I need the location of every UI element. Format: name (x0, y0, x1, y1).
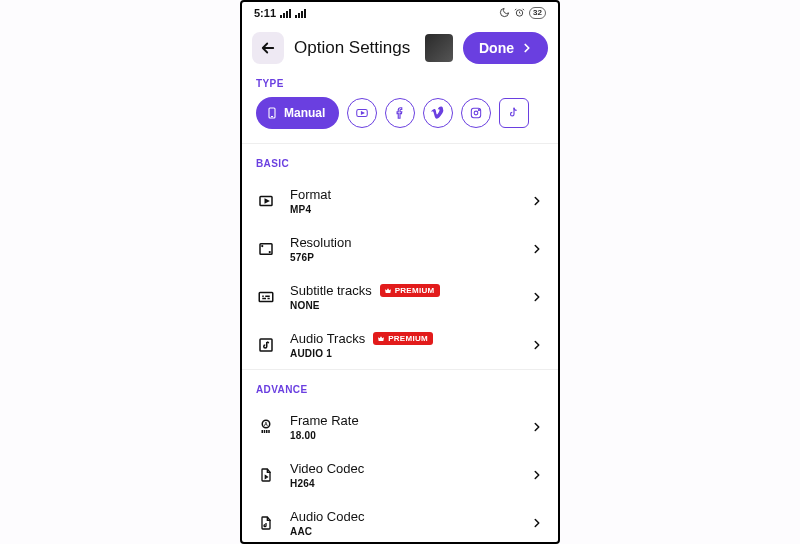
phone-frame: 5:11 32 Option Settings Done TYPE (240, 0, 560, 544)
phone-icon (266, 105, 278, 121)
chevron-right-icon (530, 242, 544, 256)
vimeo-icon (430, 105, 446, 121)
type-tiktok[interactable] (499, 98, 529, 128)
row-value: 576P (290, 252, 516, 263)
resolution-icon (256, 239, 276, 259)
row-label: Resolution (290, 235, 351, 250)
video-thumbnail[interactable] (425, 34, 453, 62)
battery-indicator: 32 (529, 7, 546, 19)
svg-point-5 (474, 111, 478, 115)
row-value: H264 (290, 478, 516, 489)
row-format[interactable]: Format MP4 (242, 177, 558, 225)
arrow-left-icon (259, 39, 277, 57)
app-header: Option Settings Done (242, 24, 558, 74)
row-label: Subtitle tracks (290, 283, 372, 298)
row-label: Frame Rate (290, 413, 359, 428)
type-row: Manual (242, 97, 558, 143)
type-vimeo[interactable] (423, 98, 453, 128)
back-button[interactable] (252, 32, 284, 64)
type-chip-manual[interactable]: Manual (256, 97, 339, 129)
subtitle-icon (256, 287, 276, 307)
svg-rect-18 (264, 430, 266, 433)
crown-icon (384, 287, 392, 295)
type-instagram[interactable] (461, 98, 491, 128)
format-icon (256, 191, 276, 211)
row-value: AUDIO 1 (290, 348, 516, 359)
premium-badge: PREMIUM (380, 284, 440, 297)
row-value: NONE (290, 300, 516, 311)
tiktok-icon (507, 106, 521, 120)
signal-icon (295, 9, 306, 18)
section-label-basic: BASIC (242, 154, 558, 177)
type-chip-label: Manual (284, 106, 325, 120)
file-icon (256, 513, 276, 533)
row-resolution[interactable]: Resolution 576P (242, 225, 558, 273)
premium-badge: PREMIUM (373, 332, 433, 345)
status-bar: 5:11 32 (242, 2, 558, 24)
divider (242, 143, 558, 144)
crown-icon (377, 335, 385, 343)
moon-icon (499, 7, 510, 20)
row-label: Audio Tracks (290, 331, 365, 346)
instagram-icon (469, 106, 483, 120)
row-value: AAC (290, 526, 516, 537)
alarm-icon (514, 7, 525, 20)
divider (242, 369, 558, 370)
status-time: 5:11 (254, 7, 276, 19)
signal-icon (280, 9, 291, 18)
chevron-right-icon (530, 194, 544, 208)
row-videocodec[interactable]: Video Codec H264 (242, 451, 558, 499)
row-framerate[interactable]: A Frame Rate 18.00 (242, 403, 558, 451)
chevron-right-icon (530, 420, 544, 434)
svg-rect-19 (266, 430, 268, 433)
chevron-right-icon (530, 516, 544, 530)
file-icon (256, 465, 276, 485)
row-audiocodec[interactable]: Audio Codec AAC (242, 499, 558, 542)
row-audio[interactable]: Audio Tracks PREMIUM AUDIO 1 (242, 321, 558, 369)
youtube-icon (355, 106, 369, 120)
row-label: Format (290, 187, 331, 202)
facebook-icon (393, 106, 407, 120)
done-button[interactable]: Done (463, 32, 548, 64)
chevron-right-icon (520, 41, 534, 55)
row-value: MP4 (290, 204, 516, 215)
audio-icon (256, 335, 276, 355)
section-label-type: TYPE (242, 74, 558, 97)
chevron-right-icon (530, 468, 544, 482)
chevron-right-icon (530, 290, 544, 304)
svg-text:A: A (264, 421, 268, 427)
svg-rect-20 (268, 430, 270, 433)
done-button-label: Done (479, 40, 514, 56)
section-label-advance: ADVANCE (242, 380, 558, 403)
svg-rect-17 (262, 430, 264, 433)
framerate-icon: A (256, 417, 276, 437)
svg-point-6 (479, 110, 480, 111)
chevron-right-icon (530, 338, 544, 352)
row-value: 18.00 (290, 430, 516, 441)
row-label: Video Codec (290, 461, 364, 476)
row-label: Audio Codec (290, 509, 364, 524)
type-facebook[interactable] (385, 98, 415, 128)
page-title: Option Settings (294, 38, 410, 58)
type-youtube[interactable] (347, 98, 377, 128)
row-subtitle[interactable]: Subtitle tracks PREMIUM NONE (242, 273, 558, 321)
